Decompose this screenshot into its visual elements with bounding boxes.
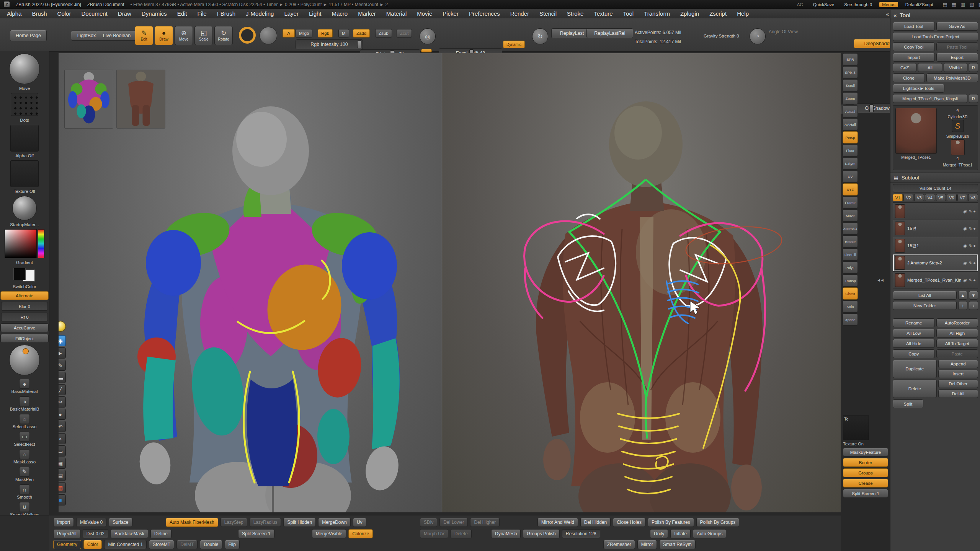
- menu-item[interactable]: Transform: [644, 10, 670, 17]
- geometry-button[interactable]: DynaMesh: [491, 529, 521, 538]
- visibility-eye-icon[interactable]: ◉: [963, 226, 967, 231]
- pin-icon[interactable]: ●: [973, 278, 976, 283]
- subtool-row[interactable]: Merged_TPose1_Ryan_Kingslie ◉✎●: [893, 272, 978, 289]
- subtool-row[interactable]: 15편1 ◉✎●: [893, 237, 978, 254]
- rotate-button[interactable]: ↻Rotate: [214, 26, 233, 45]
- groups-button[interactable]: Groups: [843, 468, 888, 477]
- hue-strip[interactable]: [38, 229, 44, 258]
- shelf-toggle[interactable]: SPix 3: [843, 66, 858, 78]
- shelf-toggle[interactable]: UV: [843, 170, 858, 183]
- geometry-button[interactable]: Morph UV: [420, 529, 448, 538]
- texture-thumbnail[interactable]: [10, 160, 39, 187]
- bottom-button[interactable]: LazyRadius: [250, 518, 281, 527]
- bottom-button[interactable]: Surface: [109, 518, 132, 527]
- append-button[interactable]: Append: [938, 360, 978, 368]
- a-toggle[interactable]: A: [283, 29, 295, 37]
- tray-brush-item[interactable]: ▭ SelectRect: [10, 432, 39, 447]
- menu-item[interactable]: Edit: [177, 10, 187, 17]
- bottom-button[interactable]: MidValue 0: [76, 518, 106, 527]
- menu-item[interactable]: Dynamics: [142, 10, 167, 17]
- version-tab[interactable]: V7: [957, 194, 967, 201]
- pencil-icon[interactable]: ╱: [59, 384, 66, 395]
- bottom-button[interactable]: Mirror And Weld: [537, 518, 578, 527]
- shelf-toggle[interactable]: Transp: [843, 274, 858, 287]
- subtool-row[interactable]: 15편 ◉✎●: [893, 220, 978, 237]
- menu-item[interactable]: Zscript: [709, 10, 727, 17]
- menu-item[interactable]: Help: [737, 10, 749, 17]
- shelf-toggle[interactable]: Ghost: [843, 287, 858, 300]
- shelf-toggle[interactable]: Frame: [843, 196, 858, 209]
- geometry-button[interactable]: Dist 0.02: [83, 529, 108, 538]
- panel-collapse-icon[interactable]: «: [893, 12, 897, 18]
- stroke-dots-thumbnail[interactable]: [11, 93, 38, 116]
- rgb-intensity-slider[interactable]: Rgb Intensity 100: [296, 39, 363, 49]
- geometry-button[interactable]: Split Screen 1: [238, 529, 274, 538]
- tray-brush-item[interactable]: ✎ MaskPen: [10, 467, 39, 482]
- paste-tool-button[interactable]: Paste Tool: [936, 42, 978, 51]
- copy-tool-button[interactable]: Copy Tool: [893, 42, 935, 51]
- subtool-row[interactable]: ◉✎●: [893, 203, 978, 220]
- rename-button[interactable]: Rename: [893, 318, 935, 327]
- dynamic-toggle[interactable]: Dynamic: [503, 41, 525, 48]
- brush-preview-button[interactable]: [239, 27, 256, 44]
- zadd-toggle[interactable]: Zadd: [353, 29, 370, 37]
- material-thumbnail[interactable]: [12, 196, 37, 220]
- geometry-button[interactable]: Define: [150, 529, 172, 538]
- paint-icon[interactable]: ✎: [968, 209, 972, 214]
- image-icon[interactable]: ▦: [59, 458, 66, 469]
- split-button[interactable]: Split: [893, 399, 923, 408]
- visibility-eye-icon[interactable]: ◉: [963, 261, 967, 266]
- light-icon[interactable]: [59, 321, 66, 332]
- titlebar-control[interactable]: QuickSave: [810, 2, 837, 7]
- edit-button[interactable]: ✎Edit: [135, 26, 153, 45]
- geometry-button[interactable]: Groups Polish: [523, 529, 559, 538]
- draw-button[interactable]: ●Draw: [155, 26, 173, 45]
- load-tools-from-project-button[interactable]: Load Tools From Project: [893, 32, 978, 41]
- auto-reorder-button[interactable]: AutoReorder: [936, 318, 978, 327]
- palette-icon[interactable]: ▩: [59, 482, 66, 493]
- visibility-icon[interactable]: ◉: [59, 335, 66, 346]
- move-subtool-down-button[interactable]: ↓: [969, 301, 978, 310]
- live-boolean-button[interactable]: Live Boolean: [96, 31, 138, 41]
- shelf-toggle[interactable]: BPR: [843, 53, 858, 65]
- layout-icon[interactable]: ▤: [942, 2, 948, 7]
- shelf-toggle[interactable]: Floor: [843, 144, 858, 156]
- mrgb-toggle[interactable]: Mrgb: [296, 29, 312, 37]
- shelf-drag-handle[interactable]: [421, 49, 432, 52]
- dot-brush-icon[interactable]: ●: [59, 409, 66, 420]
- accucurve-button[interactable]: AccuCurve: [0, 323, 49, 332]
- menu-item[interactable]: Zplugin: [680, 10, 699, 17]
- thumbnail-anatomy[interactable]: [117, 70, 165, 128]
- bottom-button[interactable]: Import: [53, 518, 74, 527]
- paste-subtool-button[interactable]: Paste: [936, 349, 978, 358]
- shelf-toggle[interactable]: Solo: [843, 300, 858, 313]
- goz-button[interactable]: GoZ: [893, 63, 916, 72]
- bottom-button[interactable]: Split Hidden: [283, 518, 316, 527]
- version-tab[interactable]: V5: [936, 194, 946, 201]
- shelf-toggle[interactable]: PolyF: [843, 261, 858, 274]
- cursor-icon[interactable]: ►: [59, 347, 66, 359]
- columns-icon[interactable]: ▥: [960, 2, 966, 7]
- geometry-button[interactable]: ProjectAll: [53, 529, 80, 538]
- pin-icon[interactable]: ●: [973, 243, 976, 248]
- list-all-button[interactable]: List All: [893, 291, 957, 300]
- viewport-left[interactable]: ◉►✎▬╱✂●↶×▭▦▤▩■: [59, 53, 442, 512]
- pin-icon[interactable]: ●: [973, 226, 976, 231]
- geometry-button[interactable]: Unify: [650, 529, 668, 538]
- visibility-eye-icon[interactable]: ◉: [963, 209, 967, 214]
- geometry-button[interactable]: Resolution 128: [562, 529, 600, 538]
- menu-item[interactable]: Stencil: [539, 10, 557, 17]
- replay-icon[interactable]: ↻: [532, 28, 548, 44]
- geometry-button[interactable]: Delete: [451, 529, 472, 538]
- bottom-button[interactable]: Polish By Groups: [696, 518, 740, 527]
- shelf-toggle[interactable]: L.Sym: [843, 157, 858, 170]
- geometry-button[interactable]: Min Connected 1: [104, 540, 147, 549]
- shelf-toggle[interactable]: AAHalf: [843, 118, 858, 130]
- tray-brush-item[interactable]: ∩ Smooth: [10, 484, 39, 500]
- clone-button[interactable]: Clone: [893, 73, 925, 82]
- version-tab[interactable]: V8: [968, 194, 978, 201]
- duplicate-button[interactable]: Duplicate: [893, 360, 937, 378]
- bottom-button[interactable]: LazyStep: [220, 518, 247, 527]
- geometry-button[interactable]: BackfaceMask: [111, 529, 148, 538]
- border-button[interactable]: Border: [843, 458, 888, 467]
